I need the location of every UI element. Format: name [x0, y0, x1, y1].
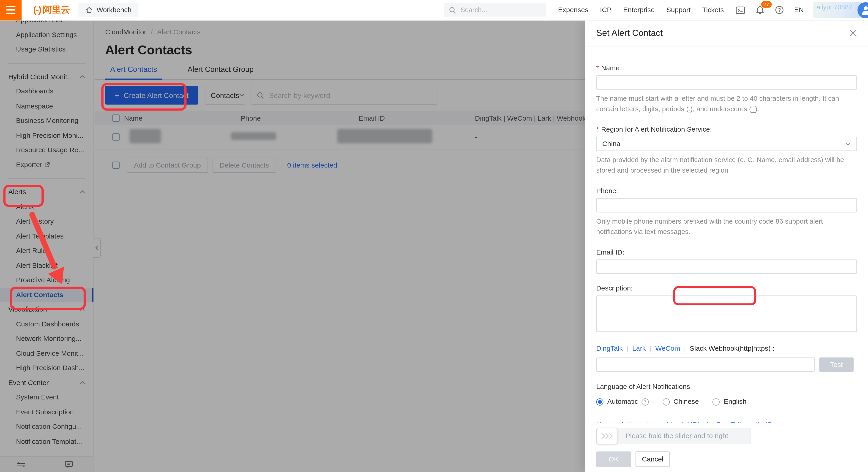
region-select[interactable]: China: [596, 137, 857, 151]
region-label: Region for Alert Notification Service:: [601, 126, 712, 133]
required-asterisk: *: [596, 64, 599, 72]
captcha-slider[interactable]: Please hold the slider and to right: [596, 428, 751, 444]
webhook-row: Test: [596, 358, 857, 372]
drawer-mask[interactable]: [0, 21, 585, 472]
slider-handle[interactable]: [597, 428, 617, 444]
phone-help-text: Only mobile phone numbers prefixed with …: [596, 216, 857, 238]
nav-icp[interactable]: ICP: [600, 6, 612, 14]
alibaba-cloud-console: (-) 阿里云 Workbench Expenses ICP Enterpris…: [0, 0, 868, 472]
slider-instruction: Please hold the slider and to right: [625, 432, 728, 440]
description-label: Description:: [596, 284, 633, 292]
wecom-link[interactable]: WeCom: [655, 345, 680, 353]
webhook-url-field[interactable]: [596, 358, 815, 372]
phone-field[interactable]: [596, 198, 857, 213]
dingtalk-link[interactable]: DingTalk: [596, 345, 623, 353]
logo-bracket-mark: (-): [33, 4, 41, 15]
chevron-down-icon: [845, 142, 851, 145]
radio-english[interactable]: English: [713, 398, 746, 406]
set-alert-contact-drawer: Set Alert Contact * Name: The name must …: [585, 21, 868, 472]
slack-webhook-label: Slack Webhook(http|https) :: [690, 345, 775, 353]
nav-support[interactable]: Support: [666, 6, 690, 14]
language-switcher[interactable]: EN: [794, 6, 804, 14]
account-username: aliyun70887...: [816, 3, 858, 11]
cloud-shell-icon[interactable]: [735, 6, 745, 14]
drawer-title: Set Alert Contact: [596, 28, 662, 38]
region-selected-value: China: [602, 140, 620, 148]
name-label: Name:: [601, 64, 622, 72]
question-circle-icon[interactable]: ?: [641, 398, 648, 405]
channel-links-row: DingTalk | Lark | WeCom | Slack Webhook(…: [596, 345, 857, 353]
notifications-bell-icon[interactable]: 27: [755, 5, 764, 15]
close-icon[interactable]: [849, 29, 857, 37]
description-field[interactable]: [596, 296, 857, 332]
home-icon: [86, 6, 93, 14]
required-asterisk: *: [596, 126, 599, 133]
global-search[interactable]: [444, 3, 546, 17]
alibaba-cloud-logo[interactable]: (-) 阿里云: [33, 4, 70, 16]
workbench-label: Workbench: [97, 6, 131, 14]
account-menu[interactable]: aliyun70887...: [813, 2, 862, 18]
lark-link[interactable]: Lark: [632, 345, 646, 353]
hamburger-menu-icon[interactable]: [0, 0, 22, 20]
logo-text: 阿里云: [42, 4, 70, 16]
workbench-button[interactable]: Workbench: [78, 3, 138, 17]
drawer-header: Set Alert Contact: [585, 21, 868, 46]
radio-chinese[interactable]: Chinese: [662, 398, 699, 406]
phone-label: Phone:: [596, 187, 618, 195]
language-of-notifications-label: Language of Alert Notifications: [596, 383, 690, 391]
cancel-button[interactable]: Cancel: [636, 451, 670, 467]
drawer-footer: Please hold the slider and to right OK C…: [585, 423, 868, 472]
test-webhook-button[interactable]: Test: [819, 358, 854, 372]
svg-text:?: ?: [778, 7, 781, 13]
drawer-body: * Name: The name must start with a lette…: [585, 46, 868, 428]
radio-unselected-icon: [662, 398, 670, 405]
name-field[interactable]: [596, 75, 857, 90]
ok-button[interactable]: OK: [596, 451, 631, 467]
email-field[interactable]: [596, 260, 857, 274]
global-search-input[interactable]: [459, 5, 541, 14]
radio-automatic[interactable]: Automatic ?: [596, 398, 649, 406]
name-help-text: The name must start with a letter and mu…: [596, 93, 857, 114]
nav-enterprise[interactable]: Enterprise: [623, 6, 655, 14]
nav-expenses[interactable]: Expenses: [558, 6, 588, 14]
language-radio-group: Automatic ? Chinese English: [596, 398, 857, 406]
region-help-text: Data provided by the alarm notification …: [596, 155, 857, 176]
notification-count-badge: 27: [761, 0, 772, 8]
nav-tickets[interactable]: Tickets: [702, 6, 724, 14]
search-icon: [449, 6, 456, 13]
top-navigation-bar: (-) 阿里云 Workbench Expenses ICP Enterpris…: [0, 0, 868, 21]
radio-unselected-icon: [713, 398, 720, 405]
email-label: Email ID:: [596, 248, 624, 257]
help-icon[interactable]: ?: [775, 5, 784, 14]
radio-selected-icon: [596, 398, 603, 405]
